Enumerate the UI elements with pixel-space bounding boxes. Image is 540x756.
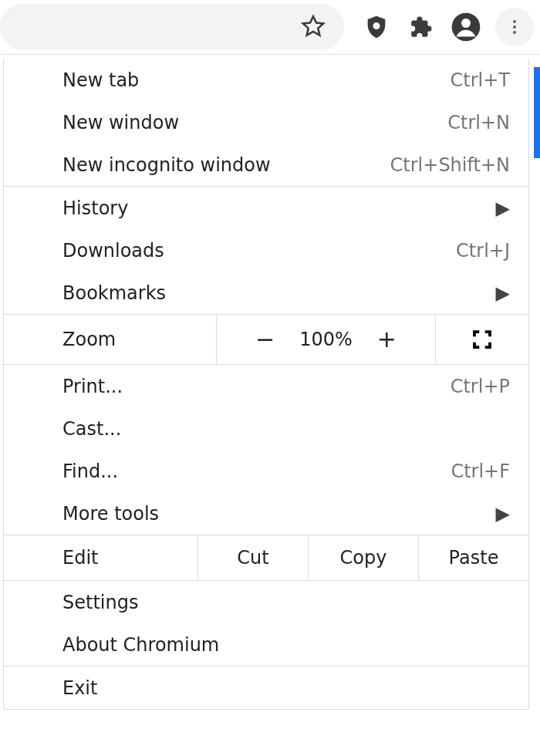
menu-item-label: Exit	[62, 677, 510, 699]
edit-paste-label: Paste	[449, 547, 499, 569]
svg-point-2	[461, 19, 471, 28]
shortcut: Ctrl+Shift+N	[390, 154, 510, 176]
shield-icon[interactable]	[361, 12, 392, 42]
edit-paste-button[interactable]: Paste	[419, 535, 528, 580]
star-icon[interactable]	[298, 12, 329, 42]
svg-point-5	[513, 31, 516, 34]
menu-about[interactable]: About Chromium	[4, 623, 528, 666]
menu-item-label: More tools	[62, 503, 496, 525]
menu-bookmarks[interactable]: Bookmarks ▶	[4, 272, 528, 314]
menu-new-incognito[interactable]: New incognito window Ctrl+Shift+N	[4, 143, 528, 186]
fullscreen-button[interactable]	[436, 315, 528, 364]
edit-label: Edit	[62, 547, 98, 569]
menu-cast[interactable]: Cast...	[4, 407, 528, 450]
shortcut: Ctrl+T	[451, 69, 510, 91]
menu-settings[interactable]: Settings	[4, 581, 528, 623]
menu-new-window[interactable]: New window Ctrl+N	[4, 101, 528, 143]
menu-more-tools[interactable]: More tools ▶	[4, 492, 528, 535]
chevron-right-icon: ▶	[496, 282, 510, 304]
menu-item-label: Settings	[62, 592, 510, 613]
menu-item-label: Find...	[62, 461, 451, 482]
zoom-level: 100%	[299, 329, 353, 350]
account-icon[interactable]	[451, 12, 481, 42]
edit-cut-button[interactable]: Cut	[198, 535, 309, 580]
svg-point-0	[373, 22, 380, 29]
menu-exit[interactable]: Exit	[4, 667, 528, 709]
shortcut: Ctrl+J	[456, 240, 510, 262]
shortcut: Ctrl+N	[447, 112, 510, 133]
menu-item-label: New incognito window	[62, 154, 390, 176]
vertical-dots-icon[interactable]	[495, 8, 534, 46]
edit-cut-label: Cut	[237, 547, 268, 569]
menu-edit: Edit Cut Copy Paste	[4, 535, 528, 580]
shortcut: Ctrl+F	[451, 461, 510, 482]
menu-item-label: Print...	[62, 376, 451, 397]
edit-copy-label: Copy	[340, 547, 387, 569]
chevron-right-icon: ▶	[496, 503, 510, 525]
menu-item-label: New tab	[62, 69, 451, 91]
chrome-menu: New tab Ctrl+T New window Ctrl+N New inc…	[3, 59, 529, 710]
shortcut: Ctrl+P	[451, 376, 510, 397]
menu-zoom: Zoom − 100% +	[4, 315, 528, 364]
menu-item-label: Cast...	[62, 418, 510, 440]
chevron-right-icon: ▶	[496, 197, 510, 219]
browser-toolbar	[0, 0, 540, 55]
menu-downloads[interactable]: Downloads Ctrl+J	[4, 229, 528, 272]
menu-item-label: New window	[62, 112, 447, 133]
menu-item-label: Bookmarks	[62, 282, 496, 304]
zoom-in-button[interactable]: +	[377, 328, 397, 351]
highlight-strip	[534, 67, 540, 158]
svg-point-4	[513, 25, 516, 29]
omnibox[interactable]	[0, 4, 344, 50]
menu-item-label: History	[62, 197, 496, 219]
menu-find[interactable]: Find... Ctrl+F	[4, 450, 528, 492]
menu-item-label: Downloads	[62, 240, 456, 262]
svg-point-3	[513, 20, 516, 23]
menu-history[interactable]: History ▶	[4, 187, 528, 229]
zoom-out-button[interactable]: −	[255, 328, 275, 351]
menu-item-label: About Chromium	[62, 634, 510, 656]
zoom-label: Zoom	[62, 329, 116, 350]
puzzle-icon[interactable]	[406, 12, 437, 42]
menu-new-tab[interactable]: New tab Ctrl+T	[4, 59, 528, 101]
menu-print[interactable]: Print... Ctrl+P	[4, 365, 528, 407]
edit-copy-button[interactable]: Copy	[309, 535, 419, 580]
